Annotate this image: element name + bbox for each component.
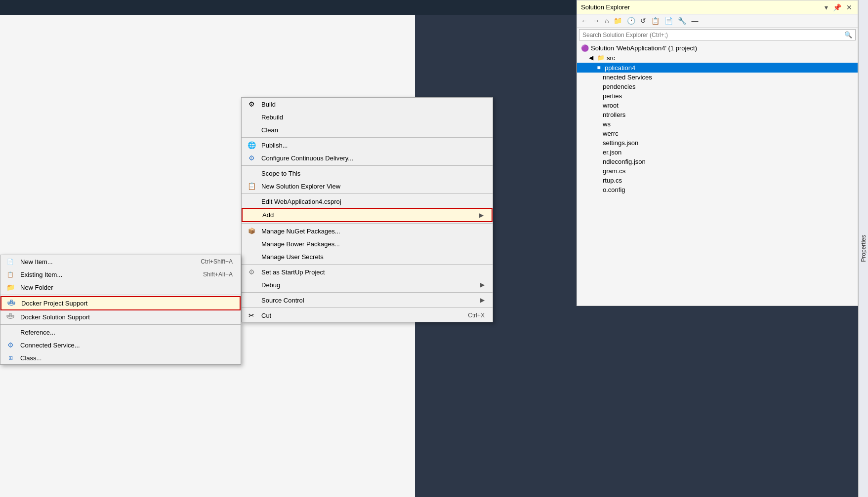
- cm-cut-label: Cut: [261, 312, 271, 319]
- se-back-button[interactable]: ←: [579, 16, 590, 26]
- se-search-bar[interactable]: 🔍: [579, 29, 856, 40]
- tree-item-appsettings-label: settings.json: [603, 139, 638, 147]
- cm-publish[interactable]: 🌐 Publish...: [242, 139, 493, 152]
- cm-newitem-shortcut: Ctrl+Shift+A: [201, 258, 233, 265]
- se-forward-button[interactable]: →: [591, 16, 602, 26]
- cm-dockerproject[interactable]: Docker Project Support: [0, 296, 241, 310]
- cm-publish-label: Publish...: [261, 142, 288, 149]
- cm-configure[interactable]: ⚙ Configure Continuous Delivery...: [242, 152, 493, 164]
- cm-reference[interactable]: Reference...: [0, 326, 241, 339]
- tree-item-solution[interactable]: 🟣 Solution 'WebApplication4' (1 project): [577, 43, 858, 53]
- tree-item-views[interactable]: ws: [577, 119, 858, 129]
- se-search-input[interactable]: [579, 30, 841, 40]
- cm-newfolder[interactable]: 📁 New Folder: [0, 281, 241, 294]
- tree-item-webconfig[interactable]: o.config: [577, 185, 858, 194]
- cm-left-sep1: [0, 295, 241, 295]
- tree-item-program[interactable]: gram.cs: [577, 166, 858, 176]
- cm-dockersolution[interactable]: Docker Solution Support: [0, 310, 241, 323]
- tree-item-startup[interactable]: rtup.cs: [577, 176, 858, 185]
- tree-item-views-label: ws: [603, 120, 611, 128]
- cm-sep1: [242, 137, 493, 138]
- cm-rebuild[interactable]: Rebuild: [242, 111, 493, 123]
- configure-icon: ⚙: [247, 153, 256, 163]
- newview-icon: 📋: [247, 181, 256, 191]
- tree-item-src-label: src: [607, 54, 615, 62]
- tree-item-project[interactable]: ■ pplication4: [577, 63, 858, 73]
- tree-item-bower-label: er.json: [603, 149, 621, 156]
- se-dash-button[interactable]: —: [689, 16, 700, 26]
- se-dock-button[interactable]: 📌: [831, 3, 843, 11]
- cm-sep4: [242, 223, 493, 224]
- cm-connectedservice[interactable]: ⚙ Connected Service...: [0, 339, 241, 351]
- svg-rect-3: [10, 300, 12, 302]
- tree-item-solution-label: Solution 'WebApplication4' (1 project): [591, 44, 697, 52]
- cm-sourcecontrol[interactable]: Source Control ▶: [242, 294, 493, 306]
- newitem-icon: 📄: [5, 257, 15, 267]
- cm-startup[interactable]: ⚙ Set as StartUp Project: [242, 266, 493, 278]
- se-refresh-button[interactable]: ↺: [638, 16, 648, 26]
- cm-bower[interactable]: Manage Bower Packages...: [242, 237, 493, 250]
- se-folder-button[interactable]: 📁: [612, 16, 624, 26]
- cm-newfolder-label: New Folder: [20, 284, 53, 291]
- cm-nuget[interactable]: 📦 Manage NuGet Packages...: [242, 225, 493, 237]
- cm-configure-label: Configure Continuous Delivery...: [261, 154, 353, 162]
- cm-sep2: [242, 165, 493, 166]
- cm-debug-arrow: ▶: [480, 281, 485, 288]
- cm-connectedservice-label: Connected Service...: [20, 342, 80, 349]
- se-titlebar: Solution Explorer ▾ 📌 ✕: [577, 0, 858, 14]
- tree-item-controllers-label: ntrollers: [603, 111, 625, 118]
- tree-item-bowerrc[interactable]: werrc: [577, 129, 858, 138]
- build-icon: ⚙: [247, 99, 256, 109]
- tree-item-wwwroot[interactable]: wroot: [577, 101, 858, 110]
- cm-debug[interactable]: Debug ▶: [242, 278, 493, 291]
- solution-explorer: Solution Explorer ▾ 📌 ✕ ← → ⌂ 📁 🕐 ↺ 📋 📄 …: [577, 0, 858, 306]
- nuget-icon: 📦: [247, 226, 256, 236]
- cm-existingitem[interactable]: 📋 Existing Item... Shift+Alt+A: [0, 268, 241, 281]
- startup-icon: ⚙: [247, 267, 256, 277]
- docker-project-icon: [6, 299, 16, 308]
- tree-item-connected[interactable]: nnected Services: [577, 73, 858, 82]
- se-toolbar: ← → ⌂ 📁 🕐 ↺ 📋 📄 🔧 —: [577, 14, 858, 28]
- tree-item-program-label: gram.cs: [603, 167, 625, 175]
- tree-item-controllers[interactable]: ntrollers: [577, 110, 858, 119]
- se-copy-button[interactable]: 📋: [649, 16, 661, 26]
- svg-rect-5: [9, 315, 11, 317]
- cm-newview-label: New Solution Explorer View: [261, 183, 340, 190]
- svg-rect-7: [9, 313, 11, 315]
- cm-clean[interactable]: Clean: [242, 123, 493, 136]
- cm-build[interactable]: ⚙ Build: [242, 98, 493, 111]
- cm-cut-shortcut: Ctrl+X: [468, 312, 485, 319]
- se-home-button[interactable]: ⌂: [603, 16, 611, 26]
- cm-secrets[interactable]: Manage User Secrets: [242, 250, 493, 263]
- svg-rect-0: [8, 302, 10, 304]
- se-time-button[interactable]: 🕐: [625, 16, 637, 26]
- cm-sep6: [242, 292, 493, 293]
- se-pin-button[interactable]: ▾: [823, 3, 829, 11]
- se-tree: 🟣 Solution 'WebApplication4' (1 project)…: [577, 42, 858, 306]
- svg-rect-2: [13, 302, 15, 304]
- cm-scope[interactable]: Scope to This: [242, 167, 493, 180]
- tree-item-bower[interactable]: er.json: [577, 148, 858, 157]
- cm-left-sep2: [0, 324, 241, 325]
- tree-item-bundleconfig[interactable]: ndleconfig.json: [577, 157, 858, 166]
- cm-add[interactable]: Add ▶: [242, 208, 493, 222]
- cm-scope-label: Scope to This: [261, 170, 300, 177]
- tree-item-dependencies[interactable]: pendencies: [577, 82, 858, 91]
- cm-add-arrow: ▶: [479, 212, 484, 219]
- cm-debug-label: Debug: [261, 281, 280, 289]
- cm-cut[interactable]: ✂ Cut Ctrl+X: [242, 309, 493, 322]
- cm-secrets-label: Manage User Secrets: [261, 253, 324, 261]
- cm-edit[interactable]: Edit WebApplication4.csproj: [242, 195, 493, 208]
- tree-item-src[interactable]: ◀ 📁 src: [577, 53, 858, 63]
- se-file-button[interactable]: 📄: [662, 16, 675, 26]
- tree-item-properties[interactable]: perties: [577, 91, 858, 101]
- cm-newitem[interactable]: 📄 New Item... Ctrl+Shift+A: [0, 255, 241, 268]
- se-close-button[interactable]: ✕: [845, 3, 854, 11]
- solution-icon: 🟣: [581, 44, 589, 52]
- cm-class[interactable]: ⊞ Class...: [0, 351, 241, 364]
- cm-dockersolution-label: Docker Solution Support: [20, 313, 90, 321]
- tree-item-project-label: pplication4: [605, 64, 635, 72]
- cm-newview[interactable]: 📋 New Solution Explorer View: [242, 180, 493, 192]
- se-wrench-button[interactable]: 🔧: [676, 16, 688, 26]
- tree-item-appsettings[interactable]: settings.json: [577, 138, 858, 148]
